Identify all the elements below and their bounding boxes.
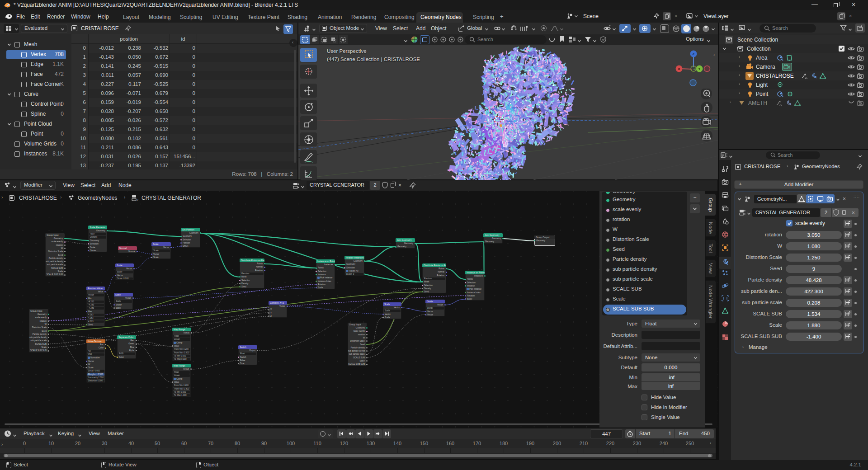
svg-text:X: X [678,67,680,71]
svg-text:Y: Y [698,67,701,71]
svg-text:Z: Z [693,52,695,56]
